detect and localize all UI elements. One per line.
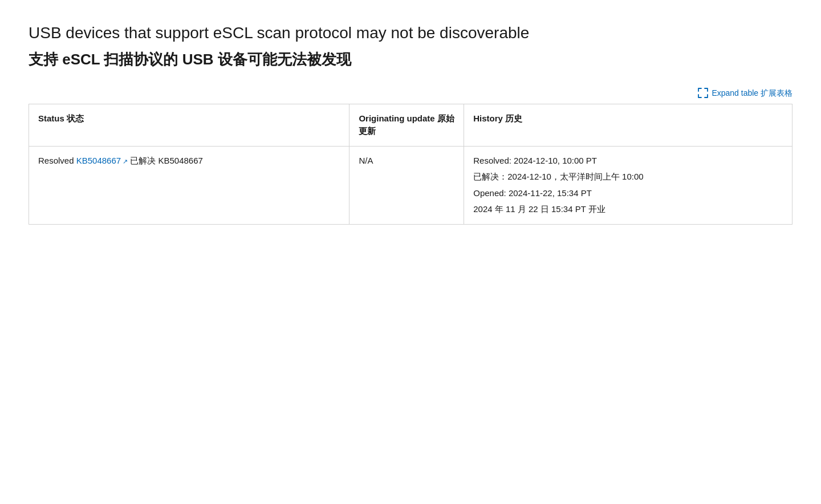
status-prefix: Resolved (38, 156, 76, 165)
history-line-3: Opened: 2024-11-22, 15:34 PT (473, 187, 783, 200)
status-suffix-zh: 已解决 KB5048667 (130, 156, 203, 165)
header-history: History 历史 (464, 104, 792, 146)
table-row: Resolved KB5048667↗ 已解决 KB5048667 N/A Re… (29, 146, 792, 224)
table-header-row: Status 状态 Originating update 原始更新 Histor… (29, 104, 792, 146)
kb-link[interactable]: KB5048667↗ (76, 156, 128, 165)
header-originating: Originating update 原始更新 (349, 104, 464, 146)
expand-table-icon (698, 88, 708, 98)
external-link-icon: ↗ (123, 157, 128, 166)
page-title-chinese: 支持 eSCL 扫描协议的 USB 设备可能无法被发现 (29, 49, 792, 70)
issues-table: Status 状态 Originating update 原始更新 Histor… (29, 104, 792, 225)
page-title-english: USB devices that support eSCL scan proto… (29, 23, 792, 43)
history-line-2: 已解决：2024-12-10，太平洋时间上午 10:00 (473, 170, 783, 184)
expand-table-button[interactable]: Expand table 扩展表格 (712, 87, 792, 99)
header-status-label: Status 状态 (38, 112, 340, 125)
history-line-4: 2024 年 11 月 22 日 15:34 PT 开业 (473, 203, 783, 216)
cell-originating: N/A (349, 146, 464, 224)
originating-value: N/A (359, 156, 373, 165)
expand-table-row: Expand table 扩展表格 (29, 87, 792, 99)
cell-history: Resolved: 2024-12-10, 10:00 PT 已解决：2024-… (464, 146, 792, 224)
cell-status: Resolved KB5048667↗ 已解决 KB5048667 (29, 146, 349, 224)
header-originating-label: Originating update 原始更新 (359, 112, 454, 138)
history-line-1: Resolved: 2024-12-10, 10:00 PT (473, 155, 783, 168)
header-history-label: History 历史 (473, 112, 783, 125)
header-status: Status 状态 (29, 104, 349, 146)
